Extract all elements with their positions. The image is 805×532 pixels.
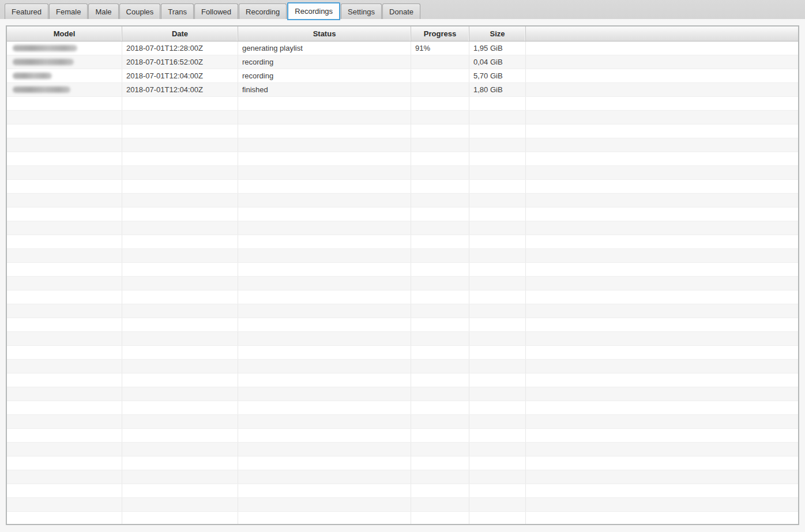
cell-progress	[411, 456, 469, 470]
table-row-empty[interactable]	[7, 152, 798, 166]
cell-size	[469, 263, 526, 276]
table-row-empty[interactable]	[7, 498, 798, 512]
cell-model	[7, 415, 122, 428]
table-row-empty[interactable]	[7, 332, 798, 346]
table-row-empty[interactable]	[7, 387, 798, 401]
cell-size	[469, 373, 526, 387]
column-header-model[interactable]: Model	[7, 27, 122, 41]
cell-date	[122, 207, 238, 221]
tab-trans[interactable]: Trans	[161, 3, 194, 19]
table-row[interactable]: 2018-07-01T12:28:00Zgenerating playlist9…	[7, 41, 798, 55]
cell-model	[7, 235, 122, 248]
cell-date	[122, 221, 238, 235]
cell-filler	[526, 373, 798, 387]
cell-size	[469, 97, 526, 110]
table-row-empty[interactable]	[7, 138, 798, 152]
cell-filler	[526, 124, 798, 138]
table-row-empty[interactable]	[7, 124, 798, 138]
table-row-empty[interactable]	[7, 346, 798, 360]
cell-model	[7, 470, 122, 484]
column-header-empty[interactable]	[526, 27, 798, 41]
cell-filler	[526, 138, 798, 152]
column-header-progress[interactable]: Progress	[411, 27, 469, 41]
cell-model	[7, 263, 122, 276]
cell-filler	[526, 318, 798, 331]
cell-date	[122, 484, 238, 497]
cell-status	[238, 235, 411, 248]
table-row-empty[interactable]	[7, 180, 798, 194]
tab-recordings[interactable]: Recordings	[287, 2, 340, 20]
table-row-empty[interactable]	[7, 401, 798, 415]
cell-progress	[411, 304, 469, 318]
table-row-empty[interactable]	[7, 415, 798, 429]
cell-model	[7, 387, 122, 401]
cell-status	[238, 111, 411, 124]
column-header-size[interactable]: Size	[469, 27, 526, 41]
cell-date	[122, 346, 238, 359]
table-row-empty[interactable]	[7, 221, 798, 235]
cell-model	[7, 498, 122, 511]
cell-date	[122, 263, 238, 276]
table-row-empty[interactable]	[7, 318, 798, 332]
column-header-date[interactable]: Date	[122, 27, 238, 41]
tab-male[interactable]: Male	[88, 3, 118, 19]
cell-size	[469, 346, 526, 359]
cell-filler	[526, 346, 798, 359]
tab-followed[interactable]: Followed	[194, 3, 238, 19]
table-row-empty[interactable]	[7, 207, 798, 221]
cell-status	[238, 387, 411, 401]
cell-model	[7, 180, 122, 193]
table-row-empty[interactable]	[7, 290, 798, 304]
table-row-empty[interactable]	[7, 277, 798, 290]
table-row-empty[interactable]	[7, 235, 798, 249]
table-row-empty[interactable]	[7, 304, 798, 318]
table-row-empty[interactable]	[7, 166, 798, 180]
table-row-empty[interactable]	[7, 97, 798, 111]
cell-status	[238, 360, 411, 373]
cell-date	[122, 290, 238, 304]
cell-model	[7, 318, 122, 331]
tab-donate[interactable]: Donate	[382, 3, 420, 19]
cell-model	[7, 429, 122, 442]
cell-date	[122, 166, 238, 179]
cell-size	[469, 124, 526, 138]
table-row-empty[interactable]	[7, 373, 798, 387]
cell-status	[238, 166, 411, 179]
table-row-empty[interactable]	[7, 263, 798, 277]
table-row-empty[interactable]	[7, 470, 798, 484]
table-row-empty[interactable]	[7, 484, 798, 498]
table-row[interactable]: 2018-07-01T16:52:00Zrecording0,04 GiB	[7, 55, 798, 69]
table-row[interactable]: 2018-07-01T12:04:00Zfinished1,80 GiB	[7, 83, 798, 97]
tab-female[interactable]: Female	[49, 3, 88, 19]
table-row-empty[interactable]	[7, 456, 798, 470]
cell-progress	[411, 221, 469, 235]
cell-size	[469, 401, 526, 414]
column-header-status[interactable]: Status	[238, 27, 411, 41]
table-row-empty[interactable]	[7, 360, 798, 373]
tab-settings[interactable]: Settings	[341, 3, 382, 19]
cell-model	[7, 83, 122, 96]
cell-filler	[526, 97, 798, 110]
cell-model	[7, 97, 122, 110]
table-row[interactable]: 2018-07-01T12:04:00Zrecording5,70 GiB	[7, 69, 798, 83]
cell-date	[122, 111, 238, 124]
cell-date	[122, 304, 238, 318]
table-row-empty[interactable]	[7, 443, 798, 456]
table-row-empty[interactable]	[7, 512, 798, 525]
tab-recording[interactable]: Recording	[239, 3, 287, 19]
cell-filler	[526, 484, 798, 497]
cell-model	[7, 124, 122, 138]
cell-size	[469, 207, 526, 221]
cell-progress	[411, 415, 469, 428]
table-row-empty[interactable]	[7, 429, 798, 443]
table-row-empty[interactable]	[7, 194, 798, 207]
tab-couples[interactable]: Couples	[119, 3, 161, 19]
table-row-empty[interactable]	[7, 249, 798, 263]
cell-size	[469, 235, 526, 248]
tab-featured[interactable]: Featured	[5, 3, 48, 19]
cell-status	[238, 332, 411, 345]
cell-size	[469, 290, 526, 304]
table-row-empty[interactable]	[7, 111, 798, 124]
cell-size	[469, 152, 526, 165]
cell-filler	[526, 332, 798, 345]
